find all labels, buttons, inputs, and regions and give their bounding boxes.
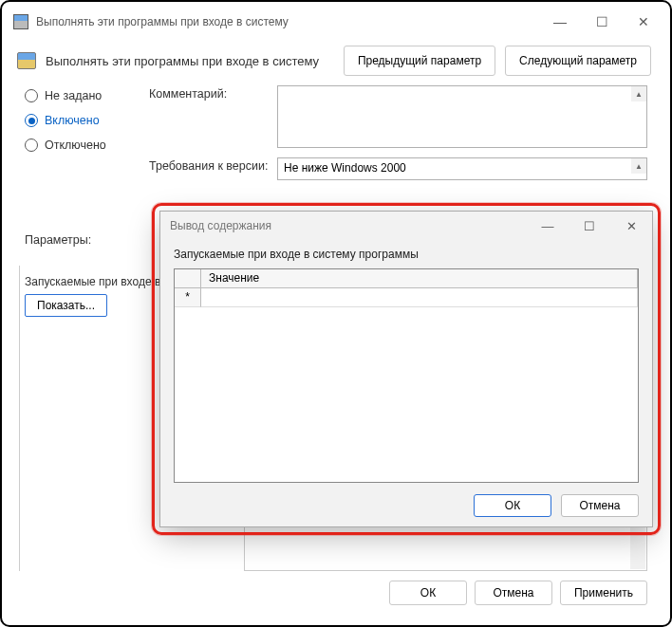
modal-close-button[interactable]: ✕	[610, 212, 652, 240]
window-title: Выполнять эти программы при входе в сист…	[36, 15, 289, 28]
grid-column-value[interactable]: Значение	[201, 269, 638, 287]
grid-corner	[175, 269, 201, 287]
scroll-up-icon[interactable]: ▲	[631, 86, 646, 101]
radio-icon	[25, 114, 38, 127]
radio-label: Включено	[45, 114, 100, 127]
header-row: Выполнять эти программы при входе в сист…	[8, 36, 664, 85]
radio-label: Отключено	[45, 138, 106, 152]
requirements-label: Требования к версии:	[149, 157, 277, 173]
grid-cell[interactable]	[201, 288, 638, 307]
radio-enabled[interactable]: Включено	[25, 114, 134, 127]
window-controls: — ☐ ✕	[539, 8, 664, 36]
prev-setting-button[interactable]: Предыдущий параметр	[344, 46, 495, 76]
ok-button[interactable]: ОК	[389, 581, 467, 605]
values-grid[interactable]: Значение *	[174, 268, 639, 483]
modal-title: Вывод содержания	[170, 219, 271, 232]
modal-titlebar: Вывод содержания — ☐ ✕	[160, 212, 652, 240]
close-button[interactable]: ✕	[623, 8, 664, 36]
comment-textarea[interactable]: ▲	[277, 85, 647, 148]
modal-ok-button[interactable]: ОК	[474, 494, 551, 517]
radio-not-configured[interactable]: Не задано	[25, 89, 134, 102]
apply-button[interactable]: Применить	[560, 581, 647, 605]
policy-icon	[17, 52, 36, 69]
app-icon	[13, 14, 28, 29]
modal-cancel-button[interactable]: Отмена	[561, 494, 639, 517]
minimize-button[interactable]: —	[539, 8, 581, 36]
scroll-up-icon[interactable]: ▲	[631, 158, 646, 174]
radio-disabled[interactable]: Отключено	[25, 138, 134, 152]
radio-label: Не задано	[45, 89, 102, 102]
modal-maximize-button[interactable]: ☐	[569, 212, 610, 240]
requirements-value: Не ниже Windows 2000 ▲	[277, 157, 647, 180]
maximize-button[interactable]: ☐	[581, 8, 623, 36]
bottom-bar: ОК Отмена Применить	[8, 574, 664, 612]
parameters-label: Параметры:	[25, 233, 91, 247]
radio-group: Не задано Включено Отключено	[25, 85, 134, 619]
modal-label: Запускаемые при входе в систему программ…	[174, 248, 639, 261]
comment-label: Комментарий:	[149, 85, 277, 101]
grid-header: Значение	[175, 269, 638, 288]
grid-row[interactable]: *	[175, 288, 638, 307]
policy-title: Выполнять эти программы при входе в сист…	[46, 54, 319, 68]
grid-row-marker: *	[175, 288, 201, 307]
cancel-button[interactable]: Отмена	[475, 581, 552, 605]
radio-icon	[25, 89, 38, 102]
next-setting-button[interactable]: Следующий параметр	[505, 46, 651, 76]
modal-dialog: Вывод содержания — ☐ ✕ Запускаемые при в…	[159, 211, 653, 527]
modal-minimize-button[interactable]: —	[527, 212, 569, 240]
show-button[interactable]: Показать...	[25, 294, 107, 317]
titlebar: Выполнять эти программы при входе в сист…	[8, 8, 664, 36]
radio-icon	[25, 138, 38, 152]
